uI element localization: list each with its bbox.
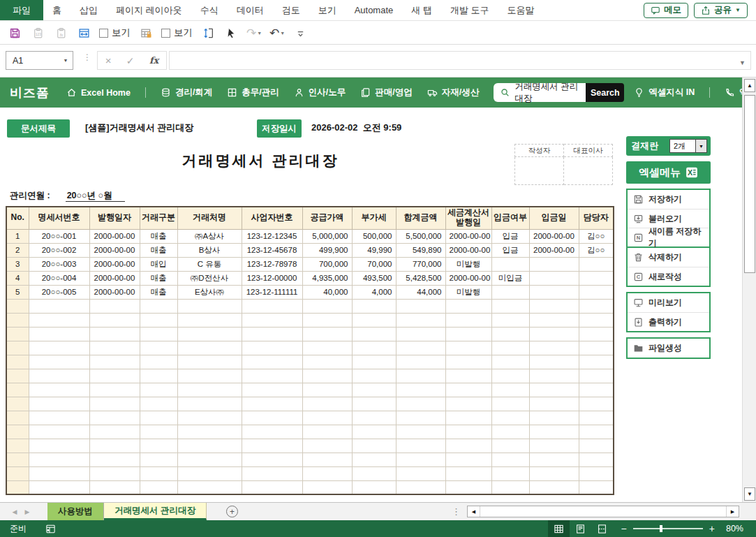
table-cell[interactable]: [352, 439, 396, 453]
table-cell[interactable]: [242, 299, 302, 313]
table-cell[interactable]: [302, 327, 352, 341]
table-cell[interactable]: [445, 425, 491, 439]
tab-scroll-splitter[interactable]: ⋮: [452, 506, 460, 517]
table-cell[interactable]: 2000-00-00: [89, 285, 140, 299]
table-cell[interactable]: 2000-00-00: [445, 229, 491, 243]
table-cell[interactable]: 미발행: [445, 285, 491, 299]
save-as-button[interactable]: N새이름 저장하기: [628, 228, 709, 247]
table-cell[interactable]: [445, 313, 491, 327]
table-cell[interactable]: 44,000: [396, 285, 445, 299]
table-cell[interactable]: [579, 257, 614, 271]
table-cell[interactable]: 5,000,000: [302, 229, 352, 243]
table-cell[interactable]: [177, 355, 242, 369]
table-cell[interactable]: [242, 425, 302, 439]
redo-button[interactable]: ↷▼: [246, 25, 262, 41]
table-cell[interactable]: [242, 439, 302, 453]
table-cell[interactable]: [89, 383, 140, 397]
table-cell[interactable]: [491, 439, 529, 453]
insert-function-button[interactable]: fx: [149, 55, 158, 66]
table-cell[interactable]: [29, 369, 89, 383]
vertical-scrollbar[interactable]: ▲ ▼: [742, 78, 756, 502]
table-cell[interactable]: [529, 480, 579, 494]
table-cell[interactable]: 123-12-45678: [242, 243, 302, 257]
ribbon-tab[interactable]: 삽입: [71, 0, 107, 20]
sign-cell[interactable]: [515, 157, 564, 185]
table-cell[interactable]: 5,500,000: [396, 229, 445, 243]
table-cell[interactable]: E상사㈜: [177, 285, 242, 299]
table-cell[interactable]: [579, 453, 614, 466]
table-cell[interactable]: [29, 299, 89, 313]
table-cell[interactable]: [529, 313, 579, 327]
table-cell[interactable]: [445, 341, 491, 355]
column-header[interactable]: 명세서번호: [29, 207, 89, 229]
table-cell[interactable]: [6, 341, 29, 355]
table-cell[interactable]: [529, 439, 579, 453]
table-cell[interactable]: [579, 411, 614, 425]
table-cell[interactable]: [396, 466, 445, 480]
delete-button[interactable]: 삭제하기: [628, 248, 709, 267]
table-cell[interactable]: [29, 439, 89, 453]
table-cell[interactable]: 2000-00-00: [89, 257, 140, 271]
table-cell[interactable]: [89, 327, 140, 341]
table-cell[interactable]: [302, 411, 352, 425]
table-cell[interactable]: [29, 466, 89, 480]
formula-bar-handle[interactable]: ⋮: [83, 55, 91, 60]
table-cell[interactable]: [302, 299, 352, 313]
table-cell[interactable]: [177, 466, 242, 480]
table-cell[interactable]: [6, 453, 29, 466]
table-cell[interactable]: [579, 480, 614, 494]
table-cell[interactable]: [445, 480, 491, 494]
zoom-slider[interactable]: [633, 528, 703, 529]
table-cell[interactable]: 입금: [491, 243, 529, 257]
table-cell[interactable]: [89, 466, 140, 480]
table-cell[interactable]: [579, 327, 614, 341]
table-cell[interactable]: [491, 355, 529, 369]
ribbon-tab[interactable]: Automate: [346, 0, 403, 20]
table-cell[interactable]: [579, 466, 614, 480]
table-cell[interactable]: ㈜D전산사: [177, 271, 242, 285]
table-cell[interactable]: [445, 383, 491, 397]
ribbon-tab[interactable]: 데이터: [228, 0, 273, 20]
table-cell[interactable]: 4,935,000: [302, 271, 352, 285]
table-cell[interactable]: 5,428,500: [396, 271, 445, 285]
table-cell[interactable]: [140, 411, 177, 425]
table-cell[interactable]: [491, 397, 529, 411]
table-cell[interactable]: [396, 299, 445, 313]
table-cell[interactable]: [579, 341, 614, 355]
ribbon-tab-file[interactable]: 파일: [0, 0, 43, 20]
table-cell[interactable]: [6, 355, 29, 369]
protect-sheet-button[interactable]: [138, 25, 154, 41]
macro-record-button[interactable]: [45, 524, 56, 534]
table-cell[interactable]: 20○○-003: [29, 257, 89, 271]
table-cell[interactable]: [242, 397, 302, 411]
preview-button[interactable]: 미리보기: [628, 293, 709, 312]
chevron-down-icon[interactable]: ▼: [59, 52, 73, 69]
table-cell[interactable]: [352, 453, 396, 466]
table-cell[interactable]: [89, 425, 140, 439]
table-cell[interactable]: [89, 411, 140, 425]
table-cell[interactable]: [302, 480, 352, 494]
nav-item-sales[interactable]: 판매/영업: [360, 87, 412, 98]
table-cell[interactable]: [445, 369, 491, 383]
table-cell[interactable]: [491, 383, 529, 397]
table-cell[interactable]: [396, 439, 445, 453]
table-cell[interactable]: [177, 341, 242, 355]
row-height-button[interactable]: [200, 25, 216, 41]
search-input[interactable]: 거래명세서 관리대장: [494, 83, 586, 102]
table-cell[interactable]: 500,000: [352, 229, 396, 243]
table-cell[interactable]: [396, 341, 445, 355]
table-cell[interactable]: 입금: [491, 229, 529, 243]
table-cell[interactable]: 5: [6, 285, 29, 299]
table-cell[interactable]: [140, 480, 177, 494]
table-cell[interactable]: [396, 355, 445, 369]
table-cell[interactable]: 549,890: [396, 243, 445, 257]
table-cell[interactable]: [302, 397, 352, 411]
comments-button[interactable]: 메모: [644, 3, 688, 18]
ribbon-tab[interactable]: 수식: [191, 0, 228, 20]
table-cell[interactable]: 20○○-004: [29, 271, 89, 285]
table-cell[interactable]: [352, 411, 396, 425]
table-cell[interactable]: [242, 313, 302, 327]
table-cell[interactable]: [396, 327, 445, 341]
table-cell[interactable]: [6, 397, 29, 411]
table-cell[interactable]: [177, 299, 242, 313]
